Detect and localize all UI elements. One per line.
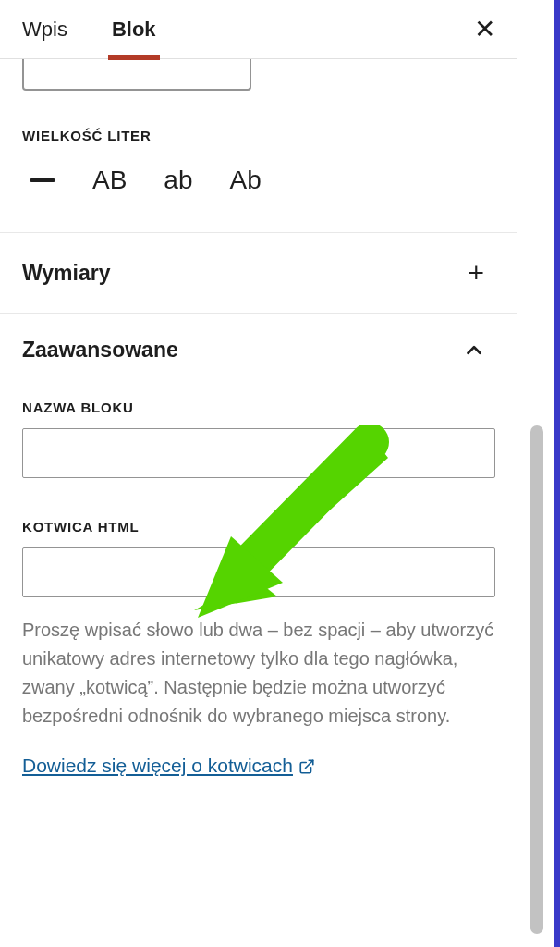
external-link-icon: [298, 757, 315, 774]
truncated-input-bottom[interactable]: [22, 59, 251, 91]
learn-more-text: Dowiedz się więcej o kotwicach: [22, 755, 293, 777]
letter-case-none-icon[interactable]: [30, 178, 55, 182]
letter-case-lowercase[interactable]: ab: [164, 166, 192, 195]
advanced-panel-header[interactable]: Zaawansowane: [0, 314, 517, 387]
dimensions-panel-header[interactable]: Wymiary +: [0, 233, 517, 313]
html-anchor-input[interactable]: [22, 547, 495, 597]
html-anchor-help: Proszę wpisać słowo lub dwa – bez spacji…: [22, 616, 495, 731]
block-name-label: Nazwa bloku: [22, 400, 495, 415]
letter-case-label: Wielkość liter: [0, 91, 517, 143]
close-icon[interactable]: ✕: [474, 17, 495, 43]
learn-more-link[interactable]: Dowiedz się więcej o kotwicach: [22, 755, 315, 777]
tab-block[interactable]: Blok: [112, 0, 156, 59]
scrollbar-thumb[interactable]: [530, 425, 543, 934]
svg-line-0: [305, 760, 312, 768]
letter-case-capitalize[interactable]: Ab: [230, 166, 262, 195]
advanced-title: Zaawansowane: [22, 338, 178, 363]
sidebar-tabs: Wpis Blok ✕: [0, 0, 517, 59]
dimensions-title: Wymiary: [22, 261, 110, 286]
letter-case-uppercase[interactable]: AB: [92, 166, 127, 195]
plus-icon: +: [468, 257, 484, 289]
block-name-input[interactable]: [22, 428, 495, 478]
letter-case-options: AB ab Ab: [0, 143, 517, 232]
chevron-up-icon: [464, 340, 484, 361]
advanced-panel-body: Nazwa bloku Kotwica HTML Proszę wpisać s…: [0, 387, 517, 799]
tab-post[interactable]: Wpis: [22, 0, 67, 59]
truncated-control: [0, 59, 517, 91]
html-anchor-label: Kotwica HTML: [22, 519, 495, 535]
